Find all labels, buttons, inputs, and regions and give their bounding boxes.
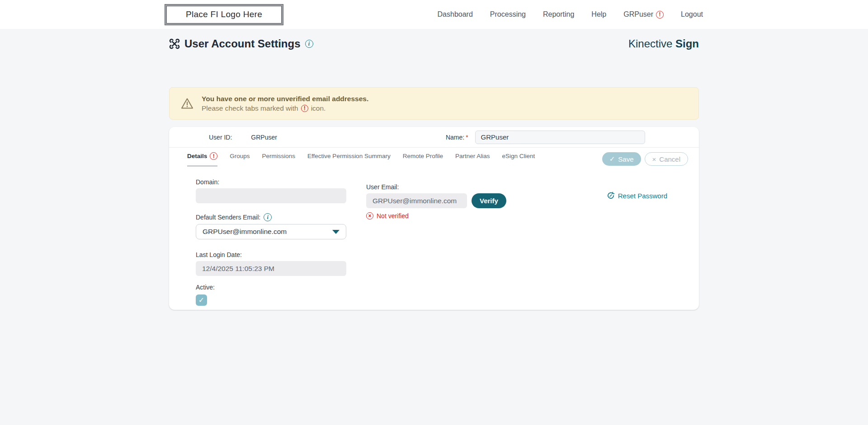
check-icon: ✓ [609,155,615,163]
save-button[interactable]: ✓ Save [602,152,641,166]
tools-icon [169,38,180,49]
error-x-icon: × [366,212,373,220]
details-form: Domain: Default Senders Email: i GRPUser… [169,169,699,306]
reset-password-link[interactable]: Reset Password [607,191,667,200]
nav-user-label: GRPuser [623,10,653,19]
banner-subtitle: Please check tabs marked with ! icon. [202,103,368,113]
unverified-email-banner: You have one or more unverified email ad… [169,87,699,120]
default-senders-info-icon[interactable]: i [264,213,272,221]
warning-triangle-icon [180,97,194,110]
tab-permissions[interactable]: Permissions [262,152,296,167]
nav-processing[interactable]: Processing [490,10,526,19]
nav-help[interactable]: Help [591,10,606,19]
nav-dashboard[interactable]: Dashboard [438,10,473,19]
page-title: User Account Settings [184,37,301,50]
tab-details[interactable]: Details ! [187,152,217,167]
brand-logo: Kinective Sign [628,37,699,50]
banner-alert-icon: ! [301,105,308,112]
fi-logo-placeholder[interactable]: Place FI Logo Here [165,5,283,25]
tab-effective-permission-summary[interactable]: Effective Permission Summary [307,152,391,167]
tab-partner-alias[interactable]: Partner Alias [455,152,490,167]
user-id-value: GRPuser [251,134,277,141]
close-icon: × [652,155,656,163]
user-settings-card: User ID: GRPuser Name: * Details ! Group… [169,127,699,310]
user-email-input [366,193,467,208]
nav-reporting[interactable]: Reporting [543,10,574,19]
top-navigation-bar: Place FI Logo Here Dashboard Processing … [0,0,868,29]
details-tab-warning-icon: ! [210,152,217,160]
last-login-date-input [196,261,346,276]
default-senders-email-value: GRPUser@immonline.com [203,228,287,236]
user-warning-icon: ! [656,11,664,19]
reset-password-label: Reset Password [618,192,667,200]
last-login-date-label: Last Login Date: [196,251,346,258]
tab-remote-profile[interactable]: Remote Profile [403,152,443,167]
nav-logout[interactable]: Logout [681,10,703,19]
account-header-row: User ID: GRPuser Name: * [169,127,699,148]
name-input[interactable] [475,131,645,144]
required-asterisk: * [466,134,468,141]
active-checkbox[interactable]: ✓ [196,294,207,306]
page-title-info-icon[interactable]: i [305,40,313,48]
check-icon: ✓ [198,296,204,304]
tab-esign-client[interactable]: eSign Client [502,152,535,167]
nav-user-account[interactable]: GRPuser ! [623,10,664,19]
verify-button[interactable]: Verify [472,193,506,208]
default-senders-email-select[interactable]: GRPUser@immonline.com [196,224,346,239]
fi-logo-text: Place FI Logo Here [186,9,262,19]
main-nav: Dashboard Processing Reporting Help GRPu… [438,10,703,19]
domain-label: Domain: [196,178,346,186]
banner-title: You have one or more unverified email ad… [202,94,368,103]
reset-password-icon [607,191,615,200]
active-label: Active: [196,284,346,291]
chevron-down-icon [332,230,340,234]
tab-bar: Details ! Groups Permissions Effective P… [169,148,699,169]
domain-input [196,188,346,203]
page-content: User Account Settings i Kinective Sign Y… [0,29,868,425]
name-label: Name: [446,134,464,141]
default-senders-email-label: Default Senders Email: i [196,213,346,221]
not-verified-label: Not verified [377,212,409,220]
cancel-button[interactable]: × Cancel [645,152,688,166]
user-id-label: User ID: [209,134,232,141]
not-verified-status: × Not verified [366,212,506,220]
tab-groups[interactable]: Groups [230,152,250,167]
user-email-label: User Email: [366,183,506,191]
